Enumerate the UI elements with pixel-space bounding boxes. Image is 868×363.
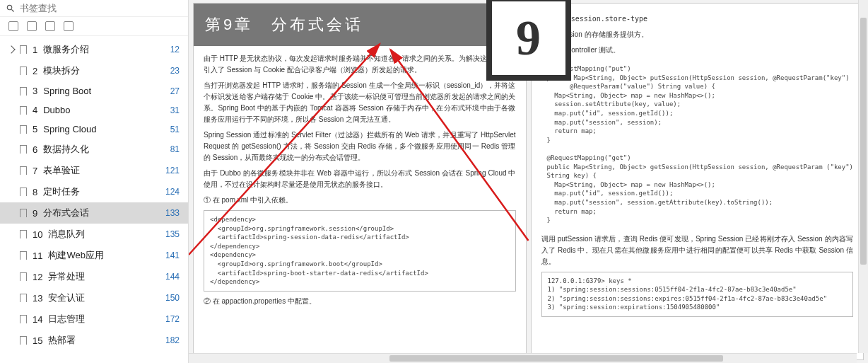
bookmark-label: 表单验证	[43, 164, 80, 177]
chapter-header: 第9章 分布式会话	[194, 4, 526, 46]
sidebar-item-2[interactable]: 2模块拆分23	[0, 60, 188, 81]
sidebar-item-10[interactable]: 10消息队列135	[0, 224, 188, 245]
body-text: 调用 putSession 请求后，查询 Redis 便可发现，Spring S…	[541, 234, 854, 267]
sidebar-item-6[interactable]: 6数据持久化81	[0, 139, 188, 160]
document-view: 第9章 分布式会话 由于 HTTP 是无状态协议，每次发起请求时服务端并不知道各…	[189, 0, 868, 363]
bookmark-label: 微服务介绍	[43, 43, 89, 56]
sidebar-item-7[interactable]: 7表单验证121	[0, 160, 188, 181]
sidebar-item-3[interactable]: 3Spring Boot27	[0, 81, 188, 100]
bookmark-page: 133	[165, 208, 180, 218]
bookmark-number: 2	[33, 66, 37, 76]
bookmark-icon	[20, 188, 27, 196]
step-label: ① 在 pom.xml 中引入依赖。	[204, 195, 516, 206]
bookmark-icon	[20, 315, 27, 323]
bookmark-label: 热部署	[48, 334, 76, 347]
bookmark-icon	[20, 106, 27, 115]
bookmark-toolbar	[0, 17, 188, 36]
bookmark-page: 51	[170, 125, 180, 134]
bookmark-label: Dubbo	[43, 105, 70, 115]
bookmark-tree[interactable]: 1微服务介绍122模块拆分233Spring Boot274Dubbo315Sp…	[0, 36, 188, 363]
sidebar-item-9[interactable]: 9分布式会话133	[0, 202, 188, 224]
step-label: ③ 编写 Controller 测试。	[541, 45, 854, 56]
expand-all-icon[interactable]	[8, 21, 18, 31]
property-name: spring.session.store-type	[541, 13, 854, 25]
bookmark-page: 23	[170, 66, 180, 76]
scrollbar-vertical[interactable]	[858, 0, 868, 353]
search-row	[0, 0, 188, 17]
bookmark-label: Spring Cloud	[43, 124, 96, 134]
code-block: <dependency> <groupId>org.springframewor…	[204, 210, 516, 292]
bookmark-number: 4	[33, 105, 37, 115]
search-icon	[6, 4, 16, 13]
bookmark-number: 15	[33, 335, 42, 346]
bookmark-page: 81	[170, 144, 180, 154]
bookmark-label: 异常处理	[48, 270, 85, 283]
sidebar-item-13[interactable]: 13安全认证150	[0, 287, 188, 309]
code-block: @RequestMapping("put") public Map<String…	[541, 60, 854, 229]
bookmark-page: 12	[170, 45, 180, 54]
bookmark-page: 124	[165, 187, 180, 197]
bookmark-icon	[20, 87, 27, 96]
bookmark-number: 12	[33, 272, 42, 282]
sidebar-item-11[interactable]: 11构建Web应用141	[0, 245, 188, 266]
sidebar-item-8[interactable]: 8定时任务124	[0, 181, 188, 202]
bookmark-number: 5	[33, 124, 37, 134]
chevron-right-icon	[8, 45, 16, 53]
bookmark-icon	[20, 272, 27, 281]
bookmark-label: 模块拆分	[43, 64, 80, 77]
bookmark-icon	[20, 230, 27, 238]
bookmark-page: 172	[165, 314, 180, 324]
body-text: Spring Session 通过标准的 Servlet Filter（过滤器）…	[204, 129, 516, 163]
bookmark-page: 150	[165, 293, 180, 303]
page-left: 第9章 分布式会话 由于 HTTP 是无状态协议，每次发起请求时服务端并不知道各…	[193, 3, 527, 360]
bookmark-number: 10	[33, 229, 42, 240]
bookmark-number: 7	[33, 166, 37, 176]
body-text: 指定 Session 的存储服务提供方。	[541, 29, 854, 40]
bookmark-icon	[20, 67, 27, 75]
page-right: spring.session.store-type 指定 Session 的存储…	[531, 3, 864, 360]
bookmark-label: 定时任务	[43, 185, 80, 198]
bookmark-icon	[20, 125, 27, 134]
body-text: 由于 Dubbo 的各微服务模块并非在 Web 容器中运行，所以分布式 Sess…	[204, 168, 516, 190]
search-input[interactable]	[20, 3, 182, 13]
bookmark-page: 121	[165, 166, 180, 175]
bookmark-icon	[20, 166, 27, 175]
view-icon[interactable]	[45, 21, 55, 31]
sidebar-item-5[interactable]: 5Spring Cloud51	[0, 120, 188, 139]
bookmark-label: 日志管理	[48, 313, 85, 325]
bookmark-icon[interactable]	[64, 21, 74, 31]
bookmark-number: 14	[33, 314, 42, 325]
sidebar-item-15[interactable]: 15热部署182	[0, 330, 188, 351]
body-text: 由于 HTTP 是无状态协议，每次发起请求时服务端并不知道各个请求之间的关系。为…	[204, 53, 516, 76]
sidebar-item-4[interactable]: 4Dubbo31	[0, 100, 188, 120]
bookmark-label: 构建Web应用	[48, 249, 104, 262]
bookmark-number: 9	[33, 208, 37, 219]
bookmark-number: 3	[33, 86, 37, 96]
bookmark-number: 6	[33, 144, 37, 155]
chapter-number-graphic: 9	[486, 0, 571, 81]
chapter-title: 第9章 分布式会话	[205, 12, 363, 37]
scrollbar-thumb[interactable]	[860, 18, 867, 265]
bookmark-page: 31	[170, 105, 180, 115]
bookmark-number: 8	[33, 187, 37, 197]
sidebar-item-1[interactable]: 1微服务介绍12	[0, 39, 188, 60]
bookmark-page: 27	[170, 86, 180, 96]
bookmark-page: 182	[165, 335, 180, 345]
collapse-all-icon[interactable]	[27, 21, 37, 31]
bookmark-label: 数据持久化	[43, 143, 89, 156]
scrollbar-horizontal[interactable]	[189, 353, 857, 363]
bookmark-number: 1	[33, 45, 37, 55]
scrollbar-thumb[interactable]	[389, 355, 724, 362]
bookmark-icon	[20, 145, 27, 154]
bookmark-number: 13	[33, 293, 42, 304]
bookmark-icon	[20, 294, 27, 302]
sidebar-item-14[interactable]: 14日志管理172	[0, 309, 188, 330]
bookmark-page: 141	[165, 250, 180, 260]
sidebar-item-12[interactable]: 12异常处理144	[0, 266, 188, 287]
bookmark-icon	[20, 209, 27, 217]
bookmark-icon	[20, 336, 27, 345]
bookmark-icon	[20, 45, 27, 54]
code-block: 127.0.0.1:6379> keys * 1) "spring:sessio…	[541, 272, 854, 317]
bookmark-page: 144	[165, 272, 180, 282]
bookmark-label: 分布式会话	[43, 207, 89, 219]
